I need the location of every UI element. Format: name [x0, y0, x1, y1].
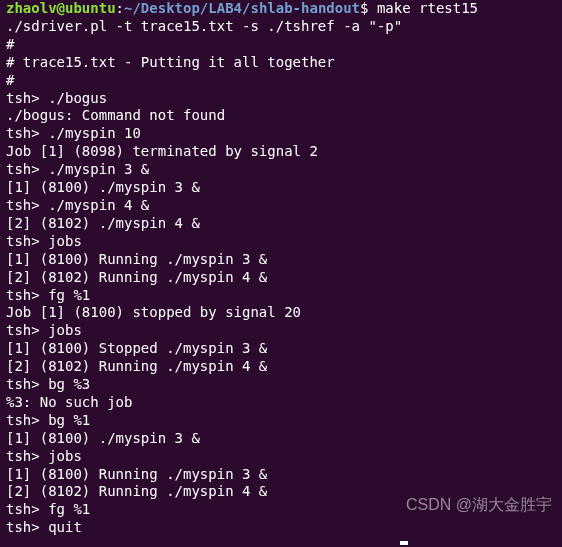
output-line: [1] (8100) Running ./myspin 3 &	[6, 466, 556, 484]
prompt-path: ~/Desktop/LAB4/shlab-handout	[124, 0, 360, 16]
output-line: ./bogus: Command not found	[6, 107, 556, 125]
command-input: make rtest15	[377, 0, 478, 16]
output-line: #	[6, 36, 556, 54]
output-line: Job [1] (8098) terminated by signal 2	[6, 143, 556, 161]
output-line: [1] (8100) ./myspin 3 &	[6, 179, 556, 197]
prompt-end: $	[360, 0, 368, 16]
output-line: tsh> jobs	[6, 322, 556, 340]
output-line: tsh> fg %1	[6, 287, 556, 305]
output-line: tsh> jobs	[6, 448, 556, 466]
output-line: #	[6, 72, 556, 90]
prompt-separator: :	[116, 0, 124, 16]
output-line: [1] (8100) ./myspin 3 &	[6, 430, 556, 448]
output-line: tsh> quit	[6, 519, 556, 537]
output-line: tsh> jobs	[6, 233, 556, 251]
output-line: Job [1] (8100) stopped by signal 20	[6, 304, 556, 322]
output-line: tsh> bg %1	[6, 412, 556, 430]
output-line: ./sdriver.pl -t trace15.txt -s ./tshref …	[6, 18, 556, 36]
output-line: [1] (8100) Stopped ./myspin 3 &	[6, 340, 556, 358]
output-line: %3: No such job	[6, 394, 556, 412]
cursor	[400, 541, 408, 545]
output-line: [1] (8100) Running ./myspin 3 &	[6, 251, 556, 269]
output-line: tsh> bg %3	[6, 376, 556, 394]
watermark-text: CSDN @湖大金胜宇	[406, 495, 552, 515]
prompt-line: zhaolv@ubuntu:~/Desktop/LAB4/shlab-hando…	[6, 0, 556, 18]
output-line: tsh> ./myspin 3 &	[6, 161, 556, 179]
terminal-output[interactable]: zhaolv@ubuntu:~/Desktop/LAB4/shlab-hando…	[0, 0, 562, 543]
output-line: [2] (8102) Running ./myspin 4 &	[6, 269, 556, 287]
output-line: [2] (8102) ./myspin 4 &	[6, 215, 556, 233]
output-line: [2] (8102) Running ./myspin 4 &	[6, 358, 556, 376]
output-line: tsh> ./myspin 4 &	[6, 197, 556, 215]
output-line: tsh> ./myspin 10	[6, 125, 556, 143]
output-line: tsh> ./bogus	[6, 90, 556, 108]
prompt-user-host: zhaolv@ubuntu	[6, 0, 116, 16]
output-line: # trace15.txt - Putting it all together	[6, 54, 556, 72]
